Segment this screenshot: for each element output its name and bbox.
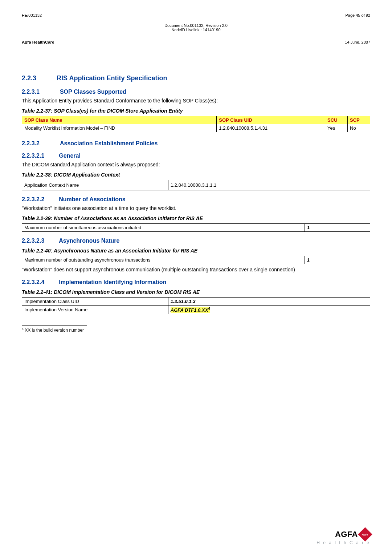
footnote-ref-4: 4 (208, 307, 210, 311)
t37-col-scp: SCP (348, 116, 370, 124)
table-row: Application Context Name 1.2.840.10008.3… (22, 180, 370, 190)
brand-logo: AGFA Agfa H e a l t h C a r e (317, 529, 370, 545)
t41-r2-value: AGFA DTF1.0.XX (171, 307, 208, 313)
t41-r2-label: Implementation Version Name (22, 305, 168, 314)
sec-2231-num: 2.2.3.1 (22, 89, 40, 95)
t40-value: 1 (305, 256, 370, 264)
t41-r1-label: Implementation Class UID (22, 297, 168, 305)
table-row: Implementation Version Name AGFA DTF1.0.… (22, 305, 370, 314)
header-doc-no1: Document No.001132, Revision 2.0 (22, 23, 370, 28)
sec-22322-title: Number of Associations (59, 196, 125, 203)
sec-22321-para: The DICOM standard Application context i… (22, 161, 370, 168)
table-39: Maximum number of simultaneous associati… (22, 223, 370, 232)
sec-2231-title: SOP Classes Supported (60, 89, 126, 95)
t37-uid: 1.2.840.10008.5.1.4.31 (217, 124, 325, 132)
table-40: Maximum number of outstanding asynchrono… (22, 256, 370, 264)
t38-label: Application Context Name (22, 180, 168, 190)
footnote-text: XX is the build version number (24, 328, 84, 333)
table-38: Application Context Name 1.2.840.10008.3… (22, 180, 370, 190)
sec-2232-num: 2.2.3.2 (22, 140, 40, 147)
table-37-caption: Table 2.2-37: SOP Class(es) for the DICO… (22, 108, 370, 114)
t40-label: Maximum number of outstanding asynchrono… (22, 256, 305, 264)
t41-r2-value-cell: AGFA DTF1.0.XX4 (168, 305, 370, 314)
brand-diamond-text: Agfa (362, 533, 368, 536)
t39-label: Maximum number of simultaneous associati… (22, 223, 305, 231)
sec-22322-num: 2.2.3.2.2 (22, 196, 44, 203)
sec-22321-title: General (59, 153, 81, 159)
table-row: Modality Worklist Information Model – FI… (22, 124, 370, 132)
table-row: SOP Class Name SOP Class UID SCU SCP (22, 116, 370, 124)
footnote-4: 4 XX is the build version number (22, 327, 370, 333)
sec-223-num: 2.2.3 (22, 74, 36, 82)
t41-r1-value: 1.3.51.0.1.3 (168, 297, 370, 305)
sec-2232-title: Association Establishment Policies (60, 140, 158, 147)
sec-223-title: RIS Application Entity Specification (57, 74, 167, 82)
sec-22324-num: 2.2.3.2.4 (22, 279, 44, 286)
header-page-label: Page 45 of 92 (345, 13, 370, 17)
table-38-caption: Table 2.2-38: DICOM Application Context (22, 172, 370, 178)
sec-22323-num: 2.2.3.2.3 (22, 238, 44, 244)
header-date: 14 June, 2007 (345, 40, 370, 44)
footnote-rule (22, 325, 87, 325)
t39-value: 1 (305, 223, 370, 231)
t37-name: Modality Worklist Information Model – FI… (22, 124, 217, 132)
header-doc-no2: NodeID Livelink : 14140190 (22, 28, 370, 32)
sec-2231-para: This Application Entity provides Standar… (22, 97, 370, 104)
t37-scu: Yes (325, 124, 348, 132)
sec-22322-para: "Workstation" initiates one association … (22, 205, 370, 212)
brand-diamond-icon: Agfa (358, 527, 372, 542)
table-row: Implementation Class UID 1.3.51.0.1.3 (22, 297, 370, 305)
sec-22323-title: Asynchronous Nature (59, 238, 119, 244)
t37-col-uid: SOP Class UID (217, 116, 325, 124)
header-rule (22, 46, 370, 46)
table-row: Maximum number of outstanding asynchrono… (22, 256, 370, 264)
table-row: Maximum number of simultaneous associati… (22, 223, 370, 231)
header-company: Agfa HealthCare (22, 40, 54, 44)
t40-note: "Workstation" does not support asynchron… (22, 266, 370, 273)
brand-word: AGFA (335, 530, 358, 539)
brand-subtitle: H e a l t h C a r e (317, 540, 370, 545)
t38-value: 1.2.840.10008.3.1.1.1 (168, 180, 370, 190)
table-41: Implementation Class UID 1.3.51.0.1.3 Im… (22, 297, 370, 314)
sec-22324-title: Implementation Identifying Information (59, 279, 166, 286)
header-doc-ref: HE/001132 (22, 13, 42, 17)
table-40-caption: Table 2.2-40: Asynchronous Nature as an … (22, 248, 370, 254)
table-39-caption: Table 2.2-39: Number of Associations as … (22, 215, 370, 221)
t37-scp: No (348, 124, 370, 132)
table-41-caption: Table 2.2-41: DICOM implementation Class… (22, 289, 370, 295)
table-37: SOP Class Name SOP Class UID SCU SCP Mod… (22, 116, 370, 132)
sec-22321-num: 2.2.3.2.1 (22, 153, 44, 159)
t37-col-scu: SCU (325, 116, 348, 124)
t37-col-name: SOP Class Name (22, 116, 217, 124)
